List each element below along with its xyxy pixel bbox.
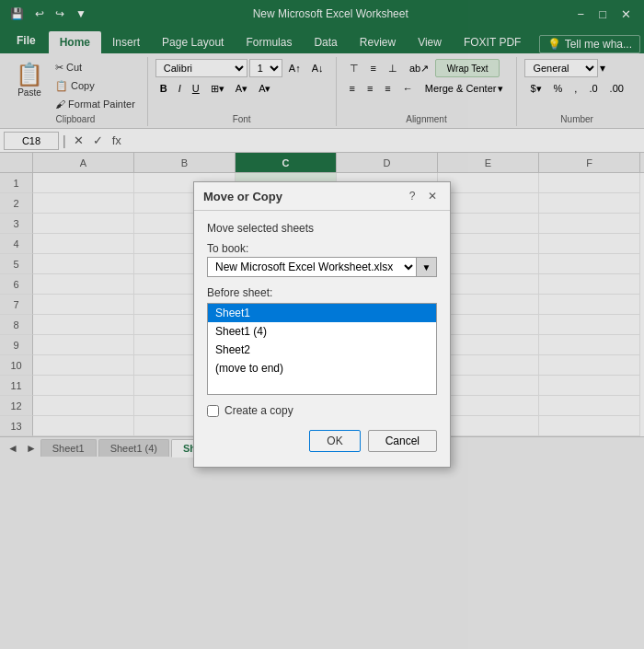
- before-sheet-label: Before sheet:: [207, 286, 437, 299]
- create-copy-label: Create a copy: [224, 404, 293, 417]
- to-book-row: New Microsoft Excel Worksheet.xlsx ▼: [207, 257, 437, 277]
- ok-button[interactable]: OK: [309, 430, 360, 452]
- before-sheet-listbox[interactable]: Sheet1 Sheet1 (4) Sheet2 (move to end): [207, 303, 437, 395]
- list-item-sheet1[interactable]: Sheet1: [208, 304, 436, 322]
- dialog-close-button[interactable]: ✕: [424, 188, 441, 204]
- create-copy-checkbox[interactable]: [207, 405, 219, 417]
- to-book-label: To book:: [207, 242, 437, 255]
- cancel-button[interactable]: Cancel: [368, 430, 437, 452]
- move-selected-label: Move selected sheets: [207, 222, 437, 235]
- create-copy-row: Create a copy: [207, 404, 437, 417]
- list-item-sheet1-4[interactable]: Sheet1 (4): [208, 322, 436, 341]
- dialog-footer: OK Cancel: [207, 430, 437, 456]
- dialog-help-button[interactable]: ?: [404, 188, 420, 204]
- dialog-title: Move or Copy: [203, 190, 282, 203]
- to-book-select[interactable]: New Microsoft Excel Worksheet.xlsx: [207, 257, 417, 277]
- to-book-dropdown-button[interactable]: ▼: [417, 257, 437, 277]
- list-item-move-to-end[interactable]: (move to end): [208, 359, 436, 377]
- dialog-body: Move selected sheets To book: New Micros…: [194, 211, 450, 467]
- modal-overlay: Move or Copy ? ✕ Move selected sheets To…: [0, 0, 644, 649]
- move-copy-dialog: Move or Copy ? ✕ Move selected sheets To…: [193, 181, 451, 468]
- list-item-sheet2[interactable]: Sheet2: [208, 341, 436, 359]
- dialog-titlebar: Move or Copy ? ✕: [194, 182, 450, 211]
- dialog-controls: ? ✕: [404, 188, 441, 204]
